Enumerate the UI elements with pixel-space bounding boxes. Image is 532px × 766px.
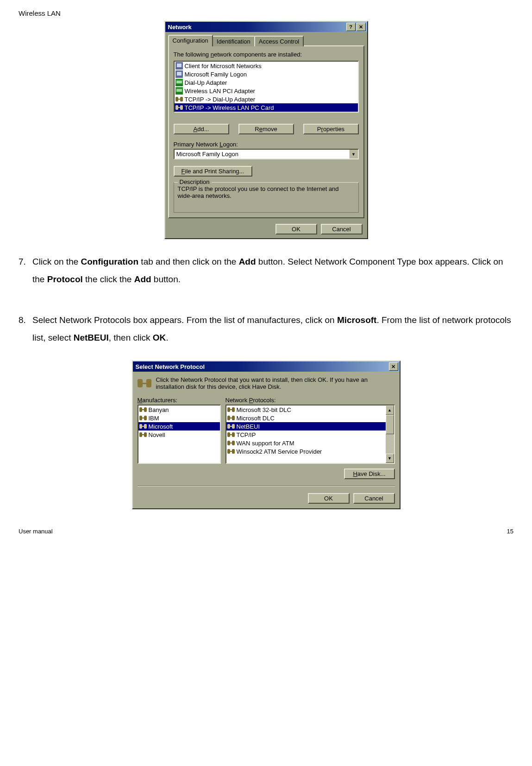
protocol-icon [227,448,235,455]
tab-identification[interactable]: Identification [212,36,255,46]
text: button. [151,274,181,284]
adapter-icon [175,87,183,95]
text-bold: OK [153,333,166,342]
tab-access-control[interactable]: Access Control [254,36,304,46]
protocol-icon [227,439,235,447]
list-item-label: TCP/IP -> Dial-Up Adapter [185,96,256,103]
list-item[interactable]: Microsoft DLC [226,414,386,422]
list-item-label: Banyan [149,406,169,413]
list-item[interactable]: WAN support for ATM [226,439,386,447]
description-fieldset: Description TCP/IP is the protocol you u… [174,182,359,213]
list-item-label: Microsoft Family Logon [185,71,247,78]
page-number: 15 [507,528,513,535]
list-item-label: Winsock2 ATM Service Provider [237,448,322,455]
cancel-button[interactable]: Cancel [321,224,363,234]
list-item-label: Wireless LAN PCI Adapter [185,88,255,95]
protocol-icon [175,104,183,111]
primary-logon-label: Primary Network Logon: [174,141,359,148]
protocol-icon [139,431,147,438]
instruction-step-8: 8. Select Network Protocols box appears.… [19,311,513,347]
list-item-label: WAN support for ATM [237,440,294,447]
list-item[interactable]: Novell [138,430,220,439]
step-number: 7. [19,253,32,288]
help-icon[interactable]: ? [346,23,356,31]
scroll-down-icon[interactable]: ▼ [386,454,394,463]
instruction-step-7: 7. Click on the Configuration tab and th… [19,253,513,288]
divider [138,486,395,487]
text-bold: Configuration [81,257,139,266]
scroll-thumb[interactable] [386,415,394,434]
select-protocol-dialog: Select Network Protocol ✕ Click the Netw… [132,361,401,509]
list-item[interactable]: Dial-Up Adapter [175,78,358,87]
protocol-icon [175,95,183,103]
ok-button[interactable]: OK [275,224,317,234]
scroll-up-icon[interactable]: ▲ [386,405,394,415]
text: Select Network Protocols box appears. Fr… [32,315,337,325]
list-item-label: Novell [149,431,165,438]
list-item[interactable]: TCP/IP -> Dial-Up Adapter [175,95,358,103]
protocols-label: Network Protocols: [225,397,395,404]
primary-logon-combo[interactable]: Microsoft Family Logon ▼ [174,149,359,159]
list-item-label: Microsoft DLC [237,415,275,422]
protocol-big-icon [138,376,151,390]
list-item[interactable]: IBM [138,414,220,422]
list-item-selected[interactable]: TCP/IP -> Wireless LAN PC Card [175,103,358,112]
list-item[interactable]: Wireless LAN PCI Adapter [175,87,358,95]
text-bold: Protocol [47,274,83,284]
description-legend: Description [178,178,212,185]
list-item-label: Microsoft 32-bit DLC [237,406,291,413]
manufacturers-label: Manufacturers: [138,397,221,404]
dialog-title: Network [168,24,345,31]
list-item-label: Microsoft [149,423,173,430]
chevron-down-icon[interactable]: ▼ [349,150,358,158]
components-label: The following network components are ins… [174,51,359,58]
titlebar[interactable]: Select Network Protocol ✕ [133,361,400,372]
titlebar[interactable]: Network ? ✕ [165,22,367,32]
list-item-label: NetBEUI [237,423,260,430]
list-item-label: IBM [149,415,159,422]
cancel-button[interactable]: Cancel [353,493,395,504]
dialog-intro-text: Click the Network Protocol that you want… [156,376,395,390]
components-listbox[interactable]: Client for Microsoft Networks Microsoft … [174,61,359,113]
properties-button[interactable]: Properties [303,124,359,134]
list-item-selected[interactable]: Microsoft [138,422,220,430]
page-header: Wireless LAN [19,9,513,17]
protocol-icon [139,414,147,422]
protocol-icon [227,423,235,430]
list-item-selected[interactable]: NetBEUI [226,422,386,430]
list-item[interactable]: Microsoft 32-bit DLC [226,405,386,414]
adapter-icon [175,79,183,86]
text: . [166,333,168,342]
file-print-sharing-button[interactable]: File and Print Sharing... [174,166,252,177]
list-item[interactable]: Banyan [138,405,220,414]
have-disk-button[interactable]: Have Disk... [344,468,395,479]
protocol-icon [139,423,147,430]
client-icon [175,70,183,78]
footer-left: User manual [19,528,53,535]
list-item[interactable]: Microsoft Family Logon [175,70,358,78]
description-text: TCP/IP is the protocol you use to connec… [178,185,355,199]
list-item[interactable]: Winsock2 ATM Service Provider [226,447,386,456]
tab-configuration[interactable]: Configuration [168,35,213,46]
add-button[interactable]: Add... [174,124,229,134]
scroll-track[interactable] [386,415,394,454]
text: Click on the [32,257,81,266]
client-icon [175,62,183,70]
list-item-label: Dial-Up Adapter [185,79,227,86]
text: , then click [109,333,153,342]
list-item[interactable]: TCP/IP [226,430,386,439]
ok-button[interactable]: OK [308,493,350,504]
close-icon[interactable]: ✕ [357,23,366,31]
close-icon[interactable]: ✕ [389,362,398,371]
list-item[interactable]: Client for Microsoft Networks [175,62,358,70]
scrollbar[interactable]: ▲ ▼ [386,405,394,463]
protocols-listbox[interactable]: Microsoft 32-bit DLC Microsoft DLC NetBE… [225,405,395,464]
list-item-label: TCP/IP -> Wireless LAN PC Card [185,104,274,111]
manufacturers-listbox[interactable]: Banyan IBM Microsoft Novell [138,405,221,464]
text-bold: Add [239,257,256,266]
protocol-icon [227,406,235,413]
primary-logon-value: Microsoft Family Logon [175,150,349,158]
step-number: 8. [19,311,32,347]
remove-button[interactable]: Remove [238,124,294,134]
protocol-icon [227,431,235,438]
